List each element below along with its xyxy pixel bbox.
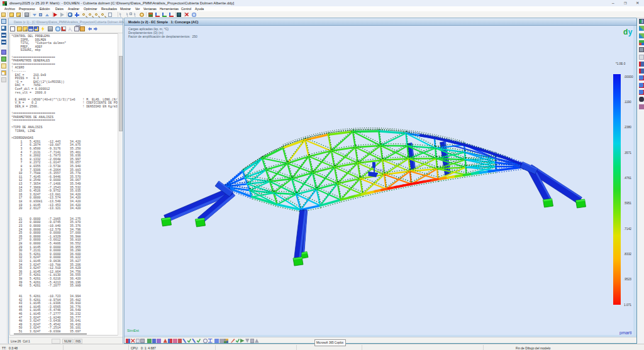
svg-text:1 DGL: 1 DGL: [377, 168, 386, 172]
